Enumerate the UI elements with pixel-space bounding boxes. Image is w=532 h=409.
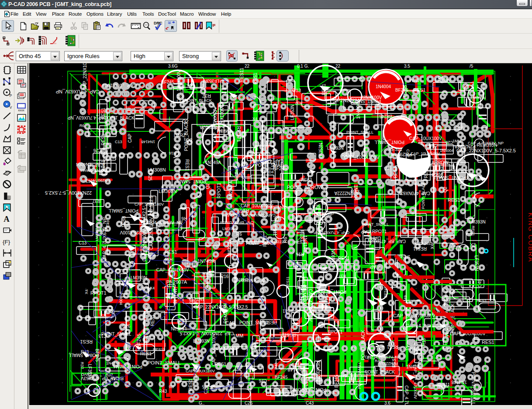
svg-text:CAP_4.7UX63V_NP: CAP_4.7UX63V_NP	[314, 230, 349, 235]
svg-text:RES1: RES1	[188, 378, 193, 391]
svg-text:RPOT1: RPOT1	[236, 126, 242, 142]
svg-text:DARZ: DARZ	[81, 372, 92, 377]
svg-text:POINT_SMALL: POINT_SMALL	[471, 372, 476, 405]
svg-text:PN2907A: PN2907A	[228, 181, 233, 199]
svg-text:RES1: RES1	[413, 87, 426, 93]
svg-text:CAP_22NX100V_5-7.5X2.5: CAP_22NX100V_5-7.5X2.5	[180, 331, 234, 336]
svg-text:1N4148: 1N4148	[141, 140, 155, 144]
svg-text:R37: R37	[339, 274, 346, 278]
svg-text:1N4004: 1N4004	[353, 185, 358, 200]
svg-text:POINT_BLACK: POINT_BLACK	[421, 182, 425, 209]
svg-text:POINT_SMALL: POINT_SMALL	[346, 130, 373, 134]
svg-text:X4: X4	[351, 346, 356, 350]
svg-text:RES1: RES1	[150, 314, 155, 326]
svg-text:CAP_10UX100V: CAP_10UX100V	[211, 333, 216, 366]
svg-text:RES1: RES1	[301, 178, 313, 182]
svg-text:X4: X4	[430, 244, 435, 249]
svg-text:RPOT1: RPOT1	[216, 182, 221, 199]
svg-text:RES11: RES11	[239, 68, 244, 82]
svg-text:BF245: BF245	[273, 166, 287, 171]
svg-text:C43: C43	[306, 401, 314, 405]
svg-text:LM393N: LM393N	[469, 220, 486, 224]
svg-text:P2N2222A: P2N2222A	[379, 361, 398, 366]
svg-text:22NX100V: 22NX100V	[120, 230, 141, 235]
svg-text:CAP: CAP	[361, 229, 371, 234]
svg-text:DRC: DRC	[154, 21, 162, 25]
svg-text:CAP_10UX100V: CAP_10UX100V	[409, 136, 442, 141]
svg-text:POINT_SMALL: POINT_SMALL	[69, 353, 99, 357]
svg-text:POINT_SMALL: POINT_SMALL	[374, 140, 404, 144]
svg-text:RES1: RES1	[140, 351, 152, 356]
svg-text:RES1: RES1	[101, 134, 106, 145]
svg-text:R37: R37	[80, 362, 84, 369]
svg-text:C13: C13	[115, 140, 122, 144]
svg-text:1MM: 1MM	[301, 277, 306, 286]
svg-text:C26: C26	[122, 324, 131, 329]
svg-text:POINT_ARROW: POINT_ARROW	[287, 185, 323, 190]
svg-text:Q2: Q2	[384, 166, 389, 170]
svg-text:RES1: RES1	[408, 166, 413, 178]
svg-text:R43: R43	[274, 362, 278, 370]
svg-text:3.6: 3.6	[384, 401, 390, 405]
svg-text:1N4004: 1N4004	[440, 148, 454, 153]
svg-text:POINT_ARROW: POINT_ARROW	[294, 387, 326, 392]
svg-text:RES1: RES1	[424, 166, 428, 178]
svg-text:R43: R43	[309, 200, 316, 205]
svg-text:R6: R6	[342, 373, 348, 378]
svg-text:CAP_10UX100V: CAP_10UX100V	[344, 155, 380, 160]
svg-text:DARZ: DARZ	[174, 133, 186, 138]
svg-text:LM393N: LM393N	[327, 146, 344, 151]
svg-text:R6: R6	[283, 237, 288, 243]
svg-text:C13: C13	[292, 88, 301, 93]
svg-text:RES1: RES1	[448, 197, 460, 203]
svg-text:1N749A: 1N749A	[311, 293, 328, 298]
svg-text:RES1: RES1	[101, 160, 106, 172]
svg-text:{F}: {F}	[3, 239, 10, 245]
svg-text:RES1: RES1	[254, 278, 266, 283]
svg-text:R6: R6	[79, 124, 85, 128]
svg-text:POINT_BLACK: POINT_BLACK	[365, 370, 395, 375]
svg-text:X3: X3	[470, 242, 476, 247]
svg-text:C26: C26	[446, 140, 453, 144]
svg-text:C26: C26	[245, 401, 253, 405]
svg-text:RES11: RES11	[389, 147, 402, 152]
svg-text:X2: X2	[451, 242, 456, 247]
svg-text:R16: R16	[421, 338, 426, 346]
svg-text:RPOT1: RPOT1	[90, 290, 107, 296]
svg-text:CAP_22NX100V_5-7.5X2.5: CAP_22NX100V_5-7.5X2.5	[194, 305, 248, 309]
svg-text:V: V	[10, 105, 12, 110]
svg-text:CAP_10UX100V: CAP_10UX100V	[241, 203, 273, 208]
svg-text:CAP_470NX63V: CAP_470NX63V	[212, 106, 218, 142]
svg-text:RES1: RES1	[101, 107, 106, 119]
svg-text:1MM: 1MM	[410, 78, 419, 82]
svg-text:C49: C49	[477, 279, 482, 287]
svg-text:RES1: RES1	[439, 166, 444, 178]
svg-text:POINT_ARROW: POINT_ARROW	[416, 160, 449, 165]
svg-text:R25: R25	[148, 173, 152, 181]
svg-text:RES1: RES1	[482, 340, 494, 345]
svg-text:C13: C13	[367, 355, 375, 360]
svg-text:1N749A: 1N749A	[197, 258, 215, 264]
svg-text:BF245: BF245	[334, 375, 339, 388]
svg-text:CAP_BP_47UX63V: CAP_BP_47UX63V	[413, 364, 418, 399]
svg-text:POINT_BLACK: POINT_BLACK	[361, 330, 366, 360]
svg-text:RES1: RES1	[121, 216, 126, 228]
svg-text:R16: R16	[221, 274, 229, 279]
svg-text:R6: R6	[236, 232, 242, 237]
svg-text:LM308N: LM308N	[148, 167, 166, 172]
svg-text:CAP_22NX100V_5-7.5X2.5: CAP_22NX100V_5-7.5X2.5	[149, 196, 154, 250]
svg-text:1N4004: 1N4004	[356, 102, 361, 119]
svg-text:POINT_SMALL: POINT_SMALL	[433, 175, 466, 180]
svg-text:RES11: RES11	[217, 128, 232, 134]
svg-text:RES1: RES1	[80, 339, 93, 344]
svg-text:CAP_4.7UX63V_NP: CAP_4.7UX63V_NP	[404, 385, 409, 405]
svg-text:C13: C13	[79, 241, 87, 245]
svg-text:RES1: RES1	[477, 299, 487, 303]
svg-text:CAP_BP_47UX63V: CAP_BP_47UX63V	[393, 313, 435, 318]
svg-text:CAP: CAP	[225, 320, 235, 326]
svg-text:1N749A: 1N749A	[205, 160, 221, 165]
svg-text:RES11: RES11	[282, 333, 296, 337]
svg-text:R37: R37	[202, 93, 211, 99]
svg-text:C26: C26	[259, 378, 267, 383]
svg-text:1N4148: 1N4148	[173, 289, 177, 304]
